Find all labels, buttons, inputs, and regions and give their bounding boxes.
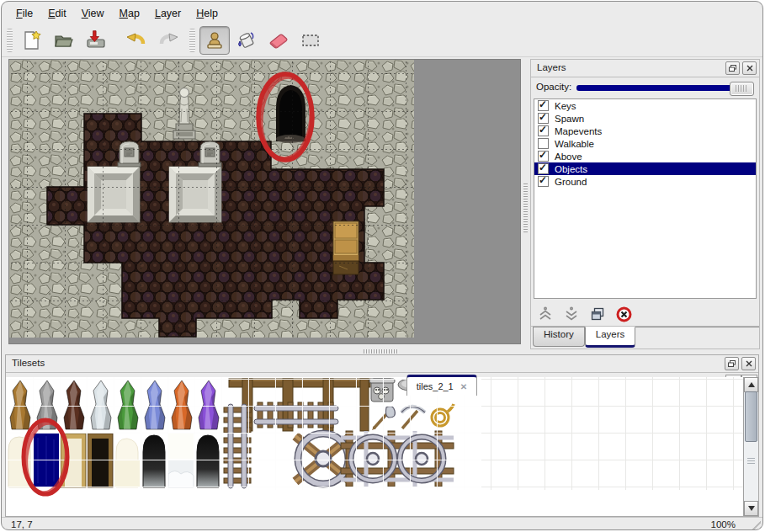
eraser-icon (268, 29, 290, 51)
close-icon (746, 360, 752, 367)
tab-history[interactable]: History (533, 327, 585, 347)
map-editor-window: File Edit View Map Layer Help (1, 1, 763, 530)
new-map-button[interactable] (17, 26, 47, 55)
menu-file[interactable]: File (8, 5, 40, 22)
delete-circle-icon (616, 306, 632, 322)
layer-visible-checkbox[interactable] (538, 151, 549, 162)
scrollbar-thumb[interactable] (745, 391, 757, 442)
close-tab-icon[interactable]: ✕ (460, 382, 467, 391)
new-file-icon (21, 29, 43, 51)
duplicate-layer-button[interactable] (588, 305, 607, 323)
tilesets-panel-title: Tilesets (12, 358, 45, 368)
layer-row[interactable]: Objects (534, 162, 756, 175)
zoom-level: 100% (711, 519, 736, 529)
toolbar (2, 24, 762, 57)
menu-map[interactable]: Map (112, 5, 147, 22)
layer-visible-checkbox[interactable] (538, 138, 549, 149)
close-panel-button[interactable] (741, 357, 756, 370)
tilesets-panel: Tilesets 5✕ tiles_1_3✕ tiles_1_4✕ (5, 354, 759, 517)
resize-grip[interactable] (748, 519, 761, 530)
undo-arrow-icon (125, 29, 147, 51)
save-icon (85, 29, 107, 51)
layers-panel-header: Layers (531, 60, 759, 77)
float-panel-button[interactable] (725, 61, 740, 75)
stamp-tool-button[interactable] (199, 26, 230, 55)
layer-visible-checkbox[interactable] (538, 100, 549, 111)
map-canvas[interactable] (8, 59, 521, 344)
menu-help[interactable]: Help (189, 5, 226, 22)
restore-icon (728, 360, 736, 367)
layer-name: Objects (555, 164, 587, 174)
stamp-icon (204, 29, 226, 51)
menu-edit[interactable]: Edit (40, 5, 74, 22)
menu-layer[interactable]: Layer (147, 5, 189, 22)
layer-row[interactable]: Spawn (534, 112, 756, 125)
opacity-slider-track (576, 85, 754, 91)
fill-tool-button[interactable] (231, 26, 262, 55)
opacity-label: Opacity: (536, 82, 571, 92)
tileset-scrollbar[interactable] (743, 377, 758, 516)
close-icon (746, 65, 753, 72)
layer-buttons (531, 302, 759, 327)
tileset-canvas[interactable] (6, 377, 758, 516)
close-panel-button[interactable] (742, 61, 757, 75)
toolbar-handle[interactable] (7, 29, 13, 52)
redo-button[interactable] (153, 26, 183, 55)
layers-panel: Layers Opacity: (530, 59, 760, 349)
scroll-down-button[interactable] (744, 501, 758, 516)
menu-bar: File Edit View Map Layer Help (2, 2, 762, 24)
scroll-up-button[interactable] (744, 377, 758, 392)
restore-icon (729, 65, 736, 72)
layer-row[interactable]: Keys (534, 99, 756, 112)
layer-visible-checkbox[interactable] (538, 163, 549, 174)
layer-row[interactable]: Above (534, 150, 756, 162)
layer-row[interactable]: Mapevents (534, 125, 756, 137)
float-panel-button[interactable] (725, 357, 739, 370)
screen: File Edit View Map Layer Help (0, 0, 765, 532)
layers-panel-title: Layers (537, 62, 566, 72)
down-arrow-icon (748, 506, 755, 511)
undo-button[interactable] (121, 26, 151, 55)
status-bar: 17, 7 100% (2, 517, 762, 530)
layer-list: Keys Spawn Mapevents Walkable Above Obje… (534, 98, 757, 299)
select-tool-button[interactable] (295, 26, 326, 55)
chevron-down-icon (564, 306, 579, 322)
tile-grid (9, 60, 414, 338)
rect-select-icon (300, 29, 321, 51)
delete-layer-button[interactable] (614, 305, 633, 323)
layer-visible-checkbox[interactable] (538, 176, 549, 187)
lower-layer-button[interactable] (562, 305, 581, 323)
layer-row[interactable]: Walkable (534, 137, 756, 150)
dock-tab-bar: History Layers (533, 327, 759, 350)
toolbar-handle[interactable] (189, 29, 195, 52)
layer-name: Walkable (555, 139, 594, 149)
redo-arrow-icon (157, 29, 179, 51)
layer-row[interactable]: Ground (534, 175, 756, 188)
chevron-up-icon (538, 306, 553, 322)
layer-name: Keys (555, 101, 576, 111)
up-arrow-icon (748, 382, 755, 387)
fill-bucket-icon (236, 29, 258, 51)
cursor-coordinates: 17, 7 (11, 519, 33, 529)
layer-name: Mapevents (555, 126, 602, 136)
scrollbar-grip (747, 458, 755, 465)
tab-layers[interactable]: Layers (585, 327, 636, 348)
layer-name: Ground (555, 177, 587, 187)
copy-icon (590, 306, 605, 322)
layer-visible-checkbox[interactable] (538, 125, 549, 136)
opacity-slider[interactable] (576, 81, 754, 94)
layer-visible-checkbox[interactable] (538, 113, 549, 124)
tileset-tab-selected[interactable]: tiles_2_1✕ (406, 375, 477, 396)
raise-layer-button[interactable] (536, 305, 555, 323)
tilesets-panel-header: Tilesets (6, 355, 758, 373)
save-map-button[interactable] (81, 26, 111, 55)
open-map-button[interactable] (49, 26, 79, 55)
layer-name: Spawn (555, 114, 584, 124)
eraser-tool-button[interactable] (263, 26, 294, 55)
menu-view[interactable]: View (74, 5, 112, 22)
vertical-splitter[interactable] (522, 59, 530, 346)
open-folder-icon (53, 29, 75, 51)
opacity-slider-handle[interactable] (730, 82, 754, 96)
map-content (9, 60, 414, 338)
layer-name: Above (555, 152, 582, 162)
